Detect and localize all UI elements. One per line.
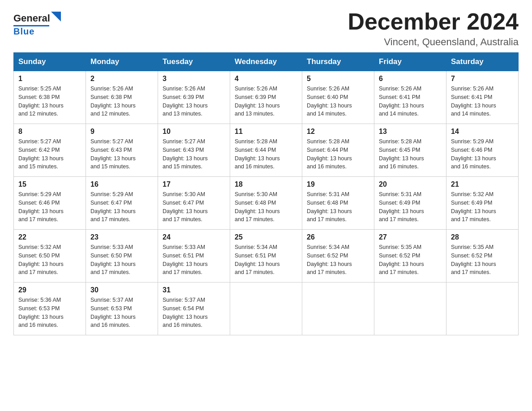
day-info: Sunrise: 5:26 AMSunset: 6:41 PMDaylight:… [451, 86, 496, 117]
calendar-cell: 28 Sunrise: 5:35 AMSunset: 6:52 PMDaylig… [446, 230, 519, 283]
day-number: 1 [18, 75, 81, 83]
calendar-cell: 1 Sunrise: 5:25 AMSunset: 6:38 PMDayligh… [14, 71, 86, 124]
day-number: 21 [451, 180, 514, 188]
day-info: Sunrise: 5:31 AMSunset: 6:48 PMDaylight:… [307, 191, 352, 223]
calendar-week-row: 1 Sunrise: 5:25 AMSunset: 6:38 PMDayligh… [14, 71, 519, 124]
day-info: Sunrise: 5:27 AMSunset: 6:42 PMDaylight:… [18, 138, 64, 170]
calendar-cell: 24 Sunrise: 5:33 AMSunset: 6:51 PMDaylig… [158, 230, 230, 283]
day-info: Sunrise: 5:29 AMSunset: 6:46 PMDaylight:… [18, 191, 64, 223]
day-number: 23 [90, 233, 153, 241]
col-sunday: Sunday [14, 53, 86, 71]
day-number: 22 [18, 233, 81, 241]
day-info: Sunrise: 5:37 AMSunset: 6:54 PMDaylight:… [163, 297, 208, 328]
calendar-cell: 5 Sunrise: 5:26 AMSunset: 6:40 PMDayligh… [302, 71, 374, 124]
calendar-week-row: 29 Sunrise: 5:36 AMSunset: 6:53 PMDaylig… [14, 283, 519, 335]
day-info: Sunrise: 5:26 AMSunset: 6:41 PMDaylight:… [379, 86, 424, 117]
day-info: Sunrise: 5:29 AMSunset: 6:46 PMDaylight:… [451, 138, 496, 170]
day-number: 8 [18, 128, 81, 136]
day-info: Sunrise: 5:32 AMSunset: 6:50 PMDaylight:… [18, 244, 64, 275]
day-number: 10 [163, 128, 225, 136]
calendar-cell: 31 Sunrise: 5:37 AMSunset: 6:54 PMDaylig… [158, 283, 230, 335]
day-info: Sunrise: 5:30 AMSunset: 6:48 PMDaylight:… [235, 191, 280, 223]
col-monday: Monday [86, 53, 158, 71]
calendar-cell: 23 Sunrise: 5:33 AMSunset: 6:50 PMDaylig… [86, 230, 158, 283]
calendar-cell: 21 Sunrise: 5:32 AMSunset: 6:49 PMDaylig… [446, 177, 519, 230]
calendar-header-row: Sunday Monday Tuesday Wednesday Thursday… [14, 53, 519, 71]
day-number: 19 [307, 180, 369, 188]
day-number: 17 [163, 180, 225, 188]
day-info: Sunrise: 5:26 AMSunset: 6:40 PMDaylight:… [307, 86, 352, 117]
day-number: 26 [307, 233, 369, 241]
day-number: 16 [90, 180, 153, 188]
calendar-cell: 19 Sunrise: 5:31 AMSunset: 6:48 PMDaylig… [302, 177, 374, 230]
calendar-cell [446, 283, 519, 335]
logo: General Blue [13, 13, 61, 37]
day-number: 5 [307, 75, 369, 83]
day-info: Sunrise: 5:29 AMSunset: 6:47 PMDaylight:… [90, 191, 136, 223]
day-info: Sunrise: 5:33 AMSunset: 6:50 PMDaylight:… [90, 244, 136, 275]
day-number: 2 [90, 75, 153, 83]
day-info: Sunrise: 5:26 AMSunset: 6:39 PMDaylight:… [163, 86, 208, 117]
day-info: Sunrise: 5:28 AMSunset: 6:44 PMDaylight:… [235, 138, 280, 170]
day-number: 9 [90, 128, 153, 136]
day-info: Sunrise: 5:30 AMSunset: 6:47 PMDaylight:… [163, 191, 208, 223]
day-number: 24 [163, 233, 225, 241]
day-info: Sunrise: 5:26 AMSunset: 6:38 PMDaylight:… [90, 86, 136, 117]
day-info: Sunrise: 5:34 AMSunset: 6:52 PMDaylight:… [307, 244, 352, 275]
col-tuesday: Tuesday [158, 53, 230, 71]
calendar-cell: 26 Sunrise: 5:34 AMSunset: 6:52 PMDaylig… [302, 230, 374, 283]
calendar-cell: 14 Sunrise: 5:29 AMSunset: 6:46 PMDaylig… [446, 124, 519, 177]
calendar-cell [230, 283, 302, 335]
day-info: Sunrise: 5:35 AMSunset: 6:52 PMDaylight:… [451, 244, 496, 275]
calendar-cell: 9 Sunrise: 5:27 AMSunset: 6:43 PMDayligh… [86, 124, 158, 177]
day-info: Sunrise: 5:28 AMSunset: 6:44 PMDaylight:… [307, 138, 352, 170]
calendar-cell: 7 Sunrise: 5:26 AMSunset: 6:41 PMDayligh… [446, 71, 519, 124]
calendar-cell: 8 Sunrise: 5:27 AMSunset: 6:42 PMDayligh… [14, 124, 86, 177]
page-header: General Blue December 2024 Vincent, Quee… [13, 9, 519, 48]
day-info: Sunrise: 5:33 AMSunset: 6:51 PMDaylight:… [163, 244, 208, 275]
day-number: 11 [235, 128, 297, 136]
calendar-cell [302, 283, 374, 335]
location-title: Vincent, Queensland, Australia [348, 36, 519, 48]
logo-blue-text: Blue [13, 26, 34, 37]
calendar-table: Sunday Monday Tuesday Wednesday Thursday… [13, 52, 519, 335]
calendar-cell: 3 Sunrise: 5:26 AMSunset: 6:39 PMDayligh… [158, 71, 230, 124]
calendar-cell: 6 Sunrise: 5:26 AMSunset: 6:41 PMDayligh… [374, 71, 446, 124]
calendar-week-row: 8 Sunrise: 5:27 AMSunset: 6:42 PMDayligh… [14, 124, 519, 177]
day-info: Sunrise: 5:32 AMSunset: 6:49 PMDaylight:… [451, 191, 496, 223]
day-info: Sunrise: 5:28 AMSunset: 6:45 PMDaylight:… [379, 138, 424, 170]
day-number: 29 [18, 286, 81, 294]
calendar-week-row: 22 Sunrise: 5:32 AMSunset: 6:50 PMDaylig… [14, 230, 519, 283]
day-number: 14 [451, 128, 514, 136]
day-number: 20 [379, 180, 442, 188]
calendar-cell: 25 Sunrise: 5:34 AMSunset: 6:51 PMDaylig… [230, 230, 302, 283]
day-info: Sunrise: 5:27 AMSunset: 6:43 PMDaylight:… [90, 138, 136, 170]
day-number: 30 [90, 286, 153, 294]
day-number: 25 [235, 233, 297, 241]
day-number: 12 [307, 128, 369, 136]
calendar-cell: 13 Sunrise: 5:28 AMSunset: 6:45 PMDaylig… [374, 124, 446, 177]
day-info: Sunrise: 5:25 AMSunset: 6:38 PMDaylight:… [18, 86, 64, 117]
calendar-week-row: 15 Sunrise: 5:29 AMSunset: 6:46 PMDaylig… [14, 177, 519, 230]
day-number: 7 [451, 75, 514, 83]
day-info: Sunrise: 5:34 AMSunset: 6:51 PMDaylight:… [235, 244, 280, 275]
col-thursday: Thursday [302, 53, 374, 71]
col-wednesday: Wednesday [230, 53, 302, 71]
day-number: 3 [163, 75, 225, 83]
day-info: Sunrise: 5:37 AMSunset: 6:53 PMDaylight:… [90, 297, 136, 328]
day-number: 18 [235, 180, 297, 188]
day-number: 6 [379, 75, 442, 83]
calendar-cell: 22 Sunrise: 5:32 AMSunset: 6:50 PMDaylig… [14, 230, 86, 283]
day-info: Sunrise: 5:36 AMSunset: 6:53 PMDaylight:… [18, 297, 64, 328]
calendar-cell: 11 Sunrise: 5:28 AMSunset: 6:44 PMDaylig… [230, 124, 302, 177]
calendar-cell: 18 Sunrise: 5:30 AMSunset: 6:48 PMDaylig… [230, 177, 302, 230]
day-number: 28 [451, 233, 514, 241]
calendar-cell [374, 283, 446, 335]
col-friday: Friday [374, 53, 446, 71]
day-number: 15 [18, 180, 81, 188]
day-number: 13 [379, 128, 442, 136]
calendar-cell: 2 Sunrise: 5:26 AMSunset: 6:38 PMDayligh… [86, 71, 158, 124]
calendar-cell: 30 Sunrise: 5:37 AMSunset: 6:53 PMDaylig… [86, 283, 158, 335]
day-number: 31 [163, 286, 225, 294]
day-number: 27 [379, 233, 442, 241]
